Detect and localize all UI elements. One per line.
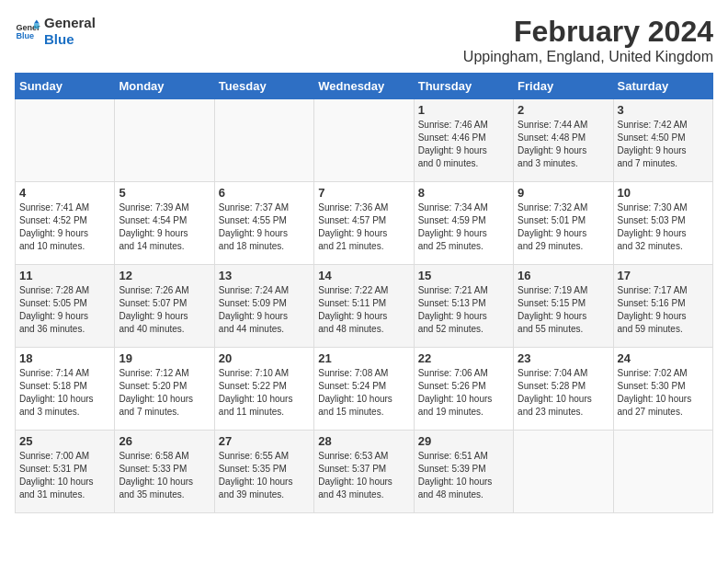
calendar-cell: 5Sunrise: 7:39 AM Sunset: 4:54 PM Daylig… <box>115 182 214 265</box>
day-info: Sunrise: 6:51 AM Sunset: 5:39 PM Dayligh… <box>418 450 509 501</box>
svg-text:Blue: Blue <box>16 31 34 40</box>
day-number: 9 <box>518 186 609 200</box>
day-info: Sunrise: 7:00 AM Sunset: 5:31 PM Dayligh… <box>19 450 110 501</box>
calendar-cell: 8Sunrise: 7:34 AM Sunset: 4:59 PM Daylig… <box>414 182 513 265</box>
logo-icon: General Blue <box>15 18 40 44</box>
header: General Blue General Blue February 2024 … <box>15 15 713 65</box>
day-info: Sunrise: 7:04 AM Sunset: 5:28 PM Dayligh… <box>518 367 609 419</box>
day-number: 25 <box>19 434 110 448</box>
calendar-cell: 14Sunrise: 7:22 AM Sunset: 5:11 PM Dayli… <box>314 265 414 348</box>
calendar-cell <box>214 99 313 182</box>
calendar-cell: 9Sunrise: 7:32 AM Sunset: 5:01 PM Daylig… <box>514 182 613 265</box>
day-number: 16 <box>518 269 609 282</box>
calendar-cell <box>314 99 414 182</box>
calendar-cell: 10Sunrise: 7:30 AM Sunset: 5:03 PM Dayli… <box>613 182 712 265</box>
day-info: Sunrise: 7:17 AM Sunset: 5:16 PM Dayligh… <box>618 284 709 336</box>
col-header-sunday: Sunday <box>16 74 115 99</box>
calendar-cell: 12Sunrise: 7:26 AM Sunset: 5:07 PM Dayli… <box>115 265 214 348</box>
calendar-cell: 27Sunrise: 6:55 AM Sunset: 5:35 PM Dayli… <box>214 431 313 513</box>
calendar-header-row: SundayMondayTuesdayWednesdayThursdayFrid… <box>16 74 713 99</box>
day-info: Sunrise: 7:12 AM Sunset: 5:20 PM Dayligh… <box>119 367 210 419</box>
day-number: 10 <box>618 186 709 200</box>
calendar-cell: 1Sunrise: 7:46 AM Sunset: 4:46 PM Daylig… <box>414 99 513 182</box>
day-number: 29 <box>418 434 509 448</box>
calendar-cell: 20Sunrise: 7:10 AM Sunset: 5:22 PM Dayli… <box>214 348 313 431</box>
day-number: 12 <box>119 269 210 282</box>
col-header-friday: Friday <box>514 74 613 99</box>
day-info: Sunrise: 7:30 AM Sunset: 5:03 PM Dayligh… <box>618 201 709 253</box>
svg-marker-3 <box>34 24 40 29</box>
calendar-cell: 28Sunrise: 6:53 AM Sunset: 5:37 PM Dayli… <box>314 431 414 513</box>
day-info: Sunrise: 7:08 AM Sunset: 5:24 PM Dayligh… <box>318 367 409 419</box>
logo-blue: Blue <box>44 31 96 48</box>
col-header-wednesday: Wednesday <box>314 74 414 99</box>
col-header-thursday: Thursday <box>414 74 513 99</box>
calendar-cell <box>514 431 613 513</box>
day-number: 24 <box>618 351 709 365</box>
calendar-cell: 6Sunrise: 7:37 AM Sunset: 4:55 PM Daylig… <box>214 182 313 265</box>
day-info: Sunrise: 7:28 AM Sunset: 5:05 PM Dayligh… <box>19 284 110 336</box>
day-info: Sunrise: 6:55 AM Sunset: 5:35 PM Dayligh… <box>219 450 310 501</box>
calendar-week-2: 4Sunrise: 7:41 AM Sunset: 4:52 PM Daylig… <box>16 182 713 265</box>
day-number: 21 <box>318 351 409 365</box>
day-info: Sunrise: 7:36 AM Sunset: 4:57 PM Dayligh… <box>318 201 409 253</box>
calendar-cell: 24Sunrise: 7:02 AM Sunset: 5:30 PM Dayli… <box>613 348 712 431</box>
col-header-saturday: Saturday <box>613 74 712 99</box>
svg-marker-2 <box>34 19 40 23</box>
day-number: 14 <box>318 269 409 282</box>
calendar-cell: 13Sunrise: 7:24 AM Sunset: 5:09 PM Dayli… <box>214 265 313 348</box>
calendar-week-4: 18Sunrise: 7:14 AM Sunset: 5:18 PM Dayli… <box>16 348 713 431</box>
day-number: 28 <box>318 434 409 448</box>
day-info: Sunrise: 7:22 AM Sunset: 5:11 PM Dayligh… <box>318 284 409 336</box>
day-number: 22 <box>418 351 509 365</box>
day-info: Sunrise: 7:14 AM Sunset: 5:18 PM Dayligh… <box>19 367 110 419</box>
col-header-monday: Monday <box>115 74 214 99</box>
day-number: 5 <box>119 186 210 200</box>
day-number: 1 <box>418 103 509 117</box>
day-number: 7 <box>318 186 409 200</box>
day-number: 26 <box>119 434 210 448</box>
logo-general: General <box>44 15 96 31</box>
calendar-cell <box>16 99 115 182</box>
day-number: 2 <box>518 103 609 117</box>
day-number: 27 <box>219 434 310 448</box>
title-area: February 2024 Uppingham, England, United… <box>463 15 713 65</box>
day-number: 13 <box>219 269 310 282</box>
day-number: 23 <box>518 351 609 365</box>
day-info: Sunrise: 7:46 AM Sunset: 4:46 PM Dayligh… <box>418 119 509 170</box>
col-header-tuesday: Tuesday <box>214 74 313 99</box>
day-info: Sunrise: 7:34 AM Sunset: 4:59 PM Dayligh… <box>418 201 509 253</box>
logo: General Blue General Blue <box>15 15 96 48</box>
day-info: Sunrise: 7:42 AM Sunset: 4:50 PM Dayligh… <box>618 119 709 170</box>
day-info: Sunrise: 6:58 AM Sunset: 5:33 PM Dayligh… <box>119 450 210 501</box>
calendar-cell: 15Sunrise: 7:21 AM Sunset: 5:13 PM Dayli… <box>414 265 513 348</box>
calendar-cell: 22Sunrise: 7:06 AM Sunset: 5:26 PM Dayli… <box>414 348 513 431</box>
calendar-cell: 3Sunrise: 7:42 AM Sunset: 4:50 PM Daylig… <box>613 99 712 182</box>
calendar-cell: 19Sunrise: 7:12 AM Sunset: 5:20 PM Dayli… <box>115 348 214 431</box>
calendar-cell: 29Sunrise: 6:51 AM Sunset: 5:39 PM Dayli… <box>414 431 513 513</box>
day-info: Sunrise: 7:44 AM Sunset: 4:48 PM Dayligh… <box>518 119 609 170</box>
day-number: 18 <box>19 351 110 365</box>
calendar-week-5: 25Sunrise: 7:00 AM Sunset: 5:31 PM Dayli… <box>16 431 713 513</box>
calendar-cell: 2Sunrise: 7:44 AM Sunset: 4:48 PM Daylig… <box>514 99 613 182</box>
day-info: Sunrise: 6:53 AM Sunset: 5:37 PM Dayligh… <box>318 450 409 501</box>
day-info: Sunrise: 7:26 AM Sunset: 5:07 PM Dayligh… <box>119 284 210 336</box>
day-info: Sunrise: 7:21 AM Sunset: 5:13 PM Dayligh… <box>418 284 509 336</box>
day-info: Sunrise: 7:39 AM Sunset: 4:54 PM Dayligh… <box>119 201 210 253</box>
day-info: Sunrise: 7:41 AM Sunset: 4:52 PM Dayligh… <box>19 201 110 253</box>
calendar-cell: 16Sunrise: 7:19 AM Sunset: 5:15 PM Dayli… <box>514 265 613 348</box>
day-info: Sunrise: 7:06 AM Sunset: 5:26 PM Dayligh… <box>418 367 509 419</box>
calendar-cell: 7Sunrise: 7:36 AM Sunset: 4:57 PM Daylig… <box>314 182 414 265</box>
day-number: 15 <box>418 269 509 282</box>
calendar-cell: 18Sunrise: 7:14 AM Sunset: 5:18 PM Dayli… <box>16 348 115 431</box>
day-number: 11 <box>19 269 110 282</box>
calendar-table: SundayMondayTuesdayWednesdayThursdayFrid… <box>15 73 713 513</box>
day-number: 19 <box>119 351 210 365</box>
day-number: 6 <box>219 186 310 200</box>
calendar-cell <box>613 431 712 513</box>
calendar-cell <box>115 99 214 182</box>
day-info: Sunrise: 7:02 AM Sunset: 5:30 PM Dayligh… <box>618 367 709 419</box>
main-title: February 2024 <box>463 15 713 49</box>
day-number: 4 <box>19 186 110 200</box>
calendar-cell: 11Sunrise: 7:28 AM Sunset: 5:05 PM Dayli… <box>16 265 115 348</box>
